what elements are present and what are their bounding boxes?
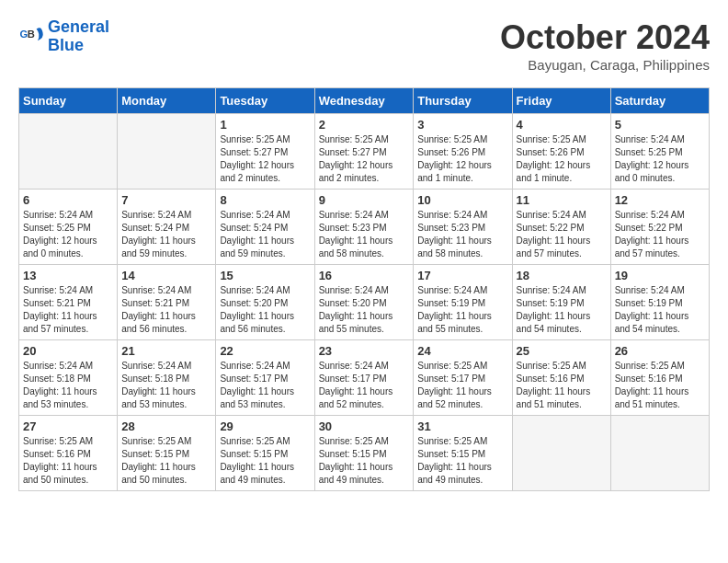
day-info: Sunrise: 5:24 AM Sunset: 5:17 PM Dayligh… xyxy=(319,360,410,411)
calendar-day-cell: 28Sunrise: 5:25 AM Sunset: 5:15 PM Dayli… xyxy=(118,416,216,491)
calendar-day-cell: 26Sunrise: 5:25 AM Sunset: 5:16 PM Dayli… xyxy=(610,340,709,416)
day-info: Sunrise: 5:24 AM Sunset: 5:23 PM Dayligh… xyxy=(319,209,410,260)
day-number: 8 xyxy=(220,193,310,207)
day-info: Sunrise: 5:24 AM Sunset: 5:21 PM Dayligh… xyxy=(121,284,211,336)
day-info: Sunrise: 5:24 AM Sunset: 5:20 PM Dayligh… xyxy=(319,284,410,336)
page-header: G B General Blue October 2024 Bayugan, C… xyxy=(18,18,710,73)
calendar-table: SundayMondayTuesdayWednesdayThursdayFrid… xyxy=(18,87,710,491)
calendar-day-cell: 11Sunrise: 5:24 AM Sunset: 5:22 PM Dayli… xyxy=(512,190,610,265)
day-number: 3 xyxy=(417,118,507,132)
day-info: Sunrise: 5:24 AM Sunset: 5:23 PM Dayligh… xyxy=(417,209,507,260)
calendar-day-cell: 3Sunrise: 5:25 AM Sunset: 5:26 PM Daylig… xyxy=(414,114,512,190)
day-number: 4 xyxy=(517,118,607,132)
day-number: 5 xyxy=(615,118,705,132)
calendar-day-cell: 1Sunrise: 5:25 AM Sunset: 5:27 PM Daylig… xyxy=(216,114,314,190)
day-number: 26 xyxy=(615,344,705,358)
day-number: 31 xyxy=(417,419,507,433)
day-number: 12 xyxy=(615,193,705,207)
calendar-week-row: 27Sunrise: 5:25 AM Sunset: 5:16 PM Dayli… xyxy=(19,416,710,491)
calendar-day-cell: 18Sunrise: 5:24 AM Sunset: 5:19 PM Dayli… xyxy=(512,265,610,340)
calendar-day-cell: 6Sunrise: 5:24 AM Sunset: 5:25 PM Daylig… xyxy=(19,190,118,265)
day-number: 16 xyxy=(319,269,410,282)
day-info: Sunrise: 5:24 AM Sunset: 5:18 PM Dayligh… xyxy=(121,360,211,411)
calendar-day-cell: 9Sunrise: 5:24 AM Sunset: 5:23 PM Daylig… xyxy=(314,190,414,265)
day-info: Sunrise: 5:25 AM Sunset: 5:15 PM Dayligh… xyxy=(121,435,211,487)
calendar-day-cell: 29Sunrise: 5:25 AM Sunset: 5:15 PM Dayli… xyxy=(216,416,314,491)
calendar-day-cell: 31Sunrise: 5:25 AM Sunset: 5:15 PM Dayli… xyxy=(414,416,512,491)
day-number: 30 xyxy=(319,419,410,433)
calendar-day-cell xyxy=(610,416,709,491)
svg-text:G: G xyxy=(19,29,28,40)
calendar-day-cell: 30Sunrise: 5:25 AM Sunset: 5:15 PM Dayli… xyxy=(314,416,414,491)
day-info: Sunrise: 5:25 AM Sunset: 5:16 PM Dayligh… xyxy=(23,435,113,487)
day-info: Sunrise: 5:24 AM Sunset: 5:25 PM Dayligh… xyxy=(615,133,705,185)
calendar-day-cell: 8Sunrise: 5:24 AM Sunset: 5:24 PM Daylig… xyxy=(216,190,314,265)
day-number: 19 xyxy=(615,269,705,282)
calendar-day-cell: 25Sunrise: 5:25 AM Sunset: 5:16 PM Dayli… xyxy=(512,340,610,416)
day-number: 29 xyxy=(220,419,310,433)
day-info: Sunrise: 5:25 AM Sunset: 5:26 PM Dayligh… xyxy=(417,133,507,185)
location-subtitle: Bayugan, Caraga, Philippines xyxy=(500,57,710,73)
logo-line1: General xyxy=(48,17,109,36)
day-info: Sunrise: 5:24 AM Sunset: 5:25 PM Dayligh… xyxy=(23,209,113,260)
day-info: Sunrise: 5:25 AM Sunset: 5:17 PM Dayligh… xyxy=(417,360,507,411)
day-info: Sunrise: 5:24 AM Sunset: 5:21 PM Dayligh… xyxy=(23,284,113,336)
calendar-day-cell: 10Sunrise: 5:24 AM Sunset: 5:23 PM Dayli… xyxy=(414,190,512,265)
day-info: Sunrise: 5:24 AM Sunset: 5:24 PM Dayligh… xyxy=(220,209,310,260)
day-number: 18 xyxy=(517,269,607,282)
day-number: 9 xyxy=(319,193,410,207)
calendar-week-row: 6Sunrise: 5:24 AM Sunset: 5:25 PM Daylig… xyxy=(19,190,710,265)
day-number: 27 xyxy=(23,419,113,433)
day-info: Sunrise: 5:25 AM Sunset: 5:26 PM Dayligh… xyxy=(517,133,607,185)
day-number: 14 xyxy=(121,269,211,282)
calendar-day-cell xyxy=(118,114,216,190)
day-info: Sunrise: 5:24 AM Sunset: 5:17 PM Dayligh… xyxy=(220,360,310,411)
day-info: Sunrise: 5:24 AM Sunset: 5:22 PM Dayligh… xyxy=(517,209,607,260)
day-number: 20 xyxy=(23,344,113,358)
day-info: Sunrise: 5:25 AM Sunset: 5:15 PM Dayligh… xyxy=(417,435,507,487)
calendar-day-cell: 23Sunrise: 5:24 AM Sunset: 5:17 PM Dayli… xyxy=(314,340,414,416)
day-number: 25 xyxy=(517,344,607,358)
logo-text: General Blue xyxy=(48,18,109,55)
calendar-day-cell xyxy=(512,416,610,491)
day-number: 23 xyxy=(319,344,410,358)
day-number: 17 xyxy=(417,269,507,282)
weekday-header: Friday xyxy=(512,88,610,114)
day-info: Sunrise: 5:25 AM Sunset: 5:27 PM Dayligh… xyxy=(220,133,310,185)
day-number: 22 xyxy=(220,344,310,358)
calendar-day-cell xyxy=(19,114,118,190)
day-info: Sunrise: 5:24 AM Sunset: 5:18 PM Dayligh… xyxy=(23,360,113,411)
day-number: 13 xyxy=(23,269,113,282)
weekday-header: Sunday xyxy=(19,88,118,114)
day-info: Sunrise: 5:25 AM Sunset: 5:16 PM Dayligh… xyxy=(615,360,705,411)
calendar-body: 1Sunrise: 5:25 AM Sunset: 5:27 PM Daylig… xyxy=(19,114,710,491)
day-number: 7 xyxy=(121,193,211,207)
calendar-header-row: SundayMondayTuesdayWednesdayThursdayFrid… xyxy=(19,88,710,114)
day-info: Sunrise: 5:24 AM Sunset: 5:24 PM Dayligh… xyxy=(121,209,211,260)
calendar-day-cell: 24Sunrise: 5:25 AM Sunset: 5:17 PM Dayli… xyxy=(414,340,512,416)
calendar-day-cell: 2Sunrise: 5:25 AM Sunset: 5:27 PM Daylig… xyxy=(314,114,414,190)
day-number: 1 xyxy=(220,118,310,132)
day-info: Sunrise: 5:25 AM Sunset: 5:15 PM Dayligh… xyxy=(220,435,310,487)
day-number: 21 xyxy=(121,344,211,358)
calendar-day-cell: 27Sunrise: 5:25 AM Sunset: 5:16 PM Dayli… xyxy=(19,416,118,491)
calendar-week-row: 13Sunrise: 5:24 AM Sunset: 5:21 PM Dayli… xyxy=(19,265,710,340)
calendar-day-cell: 12Sunrise: 5:24 AM Sunset: 5:22 PM Dayli… xyxy=(610,190,709,265)
day-number: 28 xyxy=(121,419,211,433)
weekday-header: Wednesday xyxy=(314,88,414,114)
logo: G B General Blue xyxy=(18,18,109,55)
calendar-day-cell: 13Sunrise: 5:24 AM Sunset: 5:21 PM Dayli… xyxy=(19,265,118,340)
calendar-day-cell: 4Sunrise: 5:25 AM Sunset: 5:26 PM Daylig… xyxy=(512,114,610,190)
weekday-header: Saturday xyxy=(610,88,709,114)
weekday-header: Tuesday xyxy=(216,88,314,114)
svg-text:B: B xyxy=(28,29,35,40)
day-info: Sunrise: 5:25 AM Sunset: 5:15 PM Dayligh… xyxy=(319,435,410,487)
title-block: October 2024 Bayugan, Caraga, Philippine… xyxy=(500,18,710,73)
day-info: Sunrise: 5:24 AM Sunset: 5:22 PM Dayligh… xyxy=(615,209,705,260)
calendar-day-cell: 21Sunrise: 5:24 AM Sunset: 5:18 PM Dayli… xyxy=(118,340,216,416)
calendar-day-cell: 20Sunrise: 5:24 AM Sunset: 5:18 PM Dayli… xyxy=(19,340,118,416)
calendar-week-row: 1Sunrise: 5:25 AM Sunset: 5:27 PM Daylig… xyxy=(19,114,710,190)
calendar-day-cell: 22Sunrise: 5:24 AM Sunset: 5:17 PM Dayli… xyxy=(216,340,314,416)
weekday-header: Monday xyxy=(118,88,216,114)
day-info: Sunrise: 5:25 AM Sunset: 5:27 PM Dayligh… xyxy=(319,133,410,185)
